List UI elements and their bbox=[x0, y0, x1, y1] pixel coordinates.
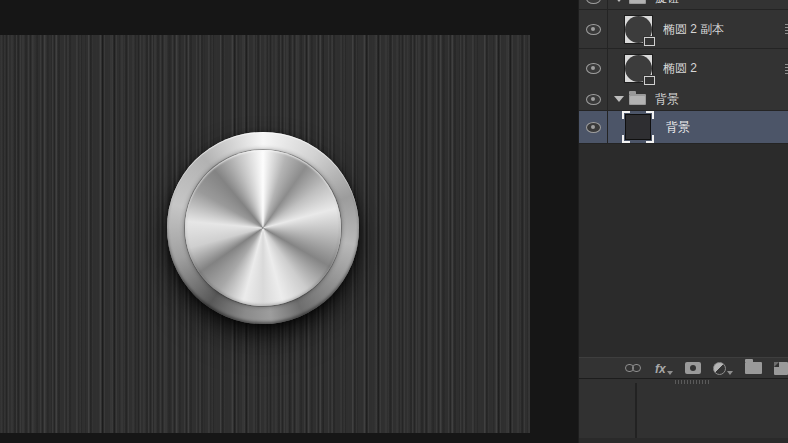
layer-thumbnail[interactable] bbox=[624, 15, 653, 44]
chevron-down-icon[interactable] bbox=[614, 0, 624, 2]
selection-corner bbox=[646, 135, 654, 143]
photoshop-workspace: 旋钮 椭圆 2 副本 椭圆 2 背景 bbox=[0, 0, 788, 443]
caret-down-icon bbox=[727, 371, 733, 375]
layer-label: 背景 bbox=[666, 119, 690, 136]
eye-icon bbox=[586, 94, 601, 105]
visibility-toggle[interactable] bbox=[579, 0, 608, 9]
layer-group-label: 背景 bbox=[655, 91, 679, 108]
selection-corner bbox=[622, 111, 630, 119]
layer-mask-icon bbox=[685, 362, 701, 374]
selection-corner bbox=[646, 111, 654, 119]
eye-icon bbox=[586, 63, 601, 74]
document-canvas[interactable] bbox=[0, 35, 530, 433]
panel-bottom-edge bbox=[579, 438, 788, 443]
layer-row-ellipse-2[interactable]: 椭圆 2 bbox=[579, 49, 788, 89]
layer-group-row-knob[interactable]: 旋钮 bbox=[579, 0, 788, 10]
new-group-button[interactable] bbox=[745, 361, 762, 375]
visibility-toggle[interactable] bbox=[579, 10, 608, 48]
visibility-toggle[interactable] bbox=[579, 49, 608, 88]
adjustment-layer-icon bbox=[713, 362, 726, 375]
docked-panel-area bbox=[579, 379, 788, 443]
new-group-icon bbox=[745, 362, 762, 374]
vector-mask-icon bbox=[644, 76, 655, 85]
layer-style-button[interactable]: fx bbox=[655, 361, 673, 375]
layer-row-background-selected[interactable]: 背景 bbox=[579, 111, 788, 144]
layer-thumbnail[interactable] bbox=[622, 112, 654, 142]
layer-group-row-background[interactable]: 背景 bbox=[579, 88, 788, 111]
chevron-down-icon[interactable] bbox=[614, 96, 624, 102]
selection-corner bbox=[622, 135, 630, 143]
layer-label: 椭圆 2 bbox=[663, 60, 697, 77]
eye-icon bbox=[586, 24, 601, 35]
layer-label: 椭圆 2 副本 bbox=[663, 21, 724, 38]
layer-thumbnail[interactable] bbox=[624, 54, 653, 83]
eye-icon bbox=[586, 0, 601, 4]
panel-divider bbox=[635, 383, 637, 443]
link-icon bbox=[625, 364, 643, 373]
vector-mask-icon bbox=[644, 37, 655, 46]
add-layer-mask-button[interactable] bbox=[685, 361, 701, 375]
new-layer-icon bbox=[774, 362, 788, 375]
link-layers-button[interactable] bbox=[625, 361, 643, 375]
folder-icon bbox=[629, 94, 646, 105]
layers-panel: 旋钮 椭圆 2 副本 椭圆 2 背景 bbox=[578, 0, 788, 443]
fx-icon: fx bbox=[655, 363, 666, 375]
layers-panel-toolbar: fx bbox=[579, 357, 788, 379]
panel-resize-handle[interactable] bbox=[675, 380, 709, 384]
knob-inner-face bbox=[185, 150, 341, 306]
adjustment-layer-button[interactable] bbox=[713, 361, 733, 375]
folder-icon bbox=[629, 0, 646, 4]
visibility-toggle[interactable] bbox=[579, 111, 608, 143]
metal-knob-graphic bbox=[167, 132, 359, 324]
layer-row-ellipse-2-copy[interactable]: 椭圆 2 副本 bbox=[579, 10, 788, 49]
caret-down-icon bbox=[667, 371, 673, 375]
layer-group-label: 旋钮 bbox=[655, 0, 679, 7]
visibility-toggle[interactable] bbox=[579, 88, 608, 110]
eye-icon bbox=[586, 122, 601, 133]
new-layer-button[interactable] bbox=[774, 361, 788, 375]
